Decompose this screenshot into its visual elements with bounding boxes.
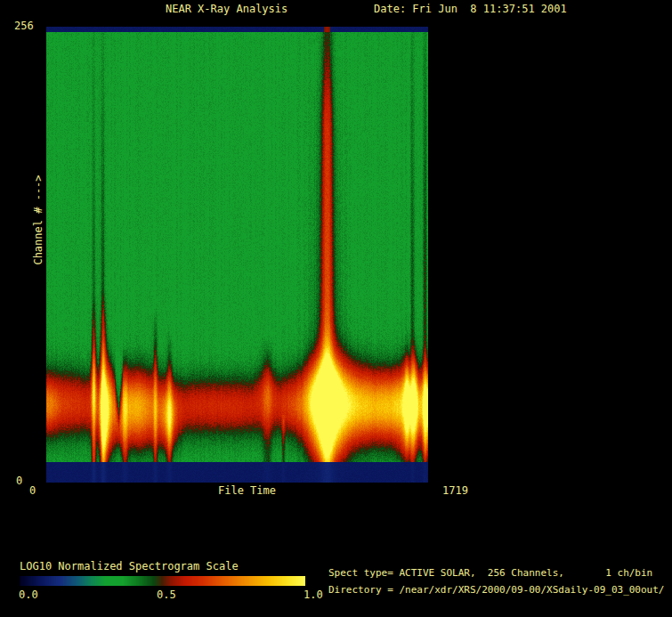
directory-info: Directory = /near/xdr/XRS/2000/09-00/XSd…: [328, 584, 665, 596]
page-title: NEAR X-Ray Analysis: [166, 4, 287, 15]
x-axis-max-label: 1719: [442, 485, 468, 497]
spectrogram-heatmap: [46, 27, 428, 483]
y-axis-title: Channel # --->: [33, 175, 45, 264]
colorbar-tick-mid: 0.5: [157, 589, 176, 601]
y-axis-min-label: 0: [16, 475, 22, 487]
date-label: Date: Fri Jun 8 11:37:51 2001: [374, 4, 567, 15]
x-axis-min-label: 0: [29, 485, 36, 497]
near-xray-analysis-window: { "header": { "title": "NEAR X-Ray Analy…: [0, 0, 672, 617]
x-axis-title: File Time: [218, 485, 276, 497]
colorbar-tick-max: 1.0: [304, 589, 323, 601]
colorbar-gradient: [20, 576, 305, 586]
spect-type-info: Spect type= ACTIVE SOLAR, 256 Channels, …: [328, 567, 652, 579]
colorbar-title: LOG10 Normalized Spectrogram Scale: [20, 561, 239, 572]
colorbar-tick-min: 0.0: [19, 589, 38, 601]
y-axis-max-label: 256: [14, 20, 34, 32]
